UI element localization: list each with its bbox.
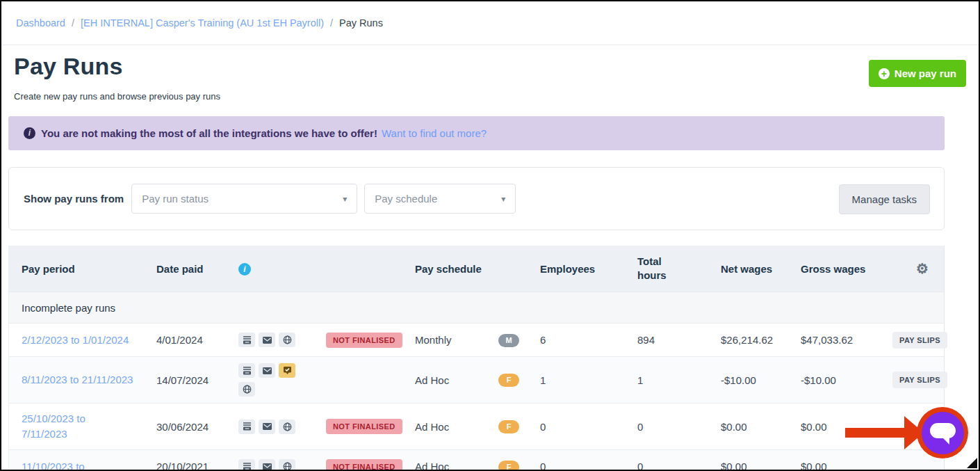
status-badge: NOT FINALISED bbox=[326, 459, 402, 471]
pay-period-link[interactable]: 8/11/2023 to 21/11/2023 bbox=[22, 374, 133, 385]
breadcrumb: Dashboard / [EH INTERNAL] Casper's Train… bbox=[1, 1, 979, 45]
breadcrumb-org[interactable]: [EH INTERNAL] Casper's Training (AU 1st … bbox=[81, 17, 324, 29]
net-wages-cell: $0.00 bbox=[708, 461, 788, 471]
chevron-down-icon: ▾ bbox=[501, 194, 505, 204]
envelope-icon[interactable] bbox=[259, 333, 275, 347]
employees-cell: 0 bbox=[528, 461, 625, 471]
col-total-hours: Total hours bbox=[637, 255, 671, 283]
globe-icon[interactable] bbox=[279, 420, 295, 434]
schedule-cell: Ad Hoc bbox=[402, 421, 486, 433]
resize-corner-mark bbox=[967, 458, 977, 468]
employees-cell: 0 bbox=[528, 421, 625, 433]
col-employees: Employees bbox=[528, 263, 625, 275]
banner-link[interactable]: Want to find out more? bbox=[382, 127, 487, 139]
frequency-badge: M bbox=[498, 334, 519, 347]
new-pay-run-label: New pay run bbox=[895, 67, 956, 79]
chat-bubble-icon bbox=[930, 423, 956, 438]
employees-cell: 1 bbox=[528, 374, 625, 386]
manage-tasks-button[interactable]: Manage tasks bbox=[839, 184, 930, 214]
gross-wages-cell: $47,033.62 bbox=[788, 334, 885, 346]
pay-schedule-select[interactable]: Pay schedule ▾ bbox=[364, 184, 516, 214]
total-hours-cell: 894 bbox=[625, 334, 708, 346]
net-wages-cell: -$10.00 bbox=[708, 374, 788, 386]
date-paid-cell: 14/07/2024 bbox=[144, 374, 226, 386]
breadcrumb-separator: / bbox=[72, 17, 74, 29]
table-row: 2/12/2023 to 1/01/2024 4/01/2024 NOT FIN… bbox=[9, 323, 944, 356]
date-paid-cell: 4/01/2024 bbox=[144, 334, 226, 346]
breadcrumb-separator: / bbox=[330, 17, 333, 29]
schedule-cell: Monthly bbox=[402, 334, 486, 346]
net-wages-cell: $26,214.62 bbox=[708, 334, 788, 346]
info-icon[interactable]: i bbox=[238, 263, 251, 276]
row-action-icons bbox=[238, 363, 304, 397]
row-action-icons bbox=[238, 420, 304, 434]
table-header-row: Pay period Date paid i Pay schedule Empl… bbox=[9, 246, 944, 292]
frequency-badge: F bbox=[498, 420, 519, 433]
schedule-cell: Ad Hoc bbox=[402, 461, 486, 471]
pay-period-link[interactable]: 2/12/2023 to 1/01/2024 bbox=[22, 334, 129, 346]
filter-card: Show pay runs from Pay run status ▾ Pay … bbox=[8, 167, 945, 230]
table-row: 25/10/2023 to 7/11/2023 30/06/2024 NOT F… bbox=[9, 403, 944, 449]
new-pay-run-button[interactable]: + New pay run bbox=[869, 60, 966, 87]
employees-cell: 6 bbox=[528, 334, 625, 346]
annotation-arrow bbox=[845, 428, 909, 438]
pay-period-link[interactable]: 11/10/2023 to bbox=[22, 459, 85, 471]
approved-check-icon[interactable] bbox=[279, 363, 295, 378]
globe-icon[interactable] bbox=[279, 333, 295, 347]
pay-period-link[interactable]: 25/10/2023 to 7/11/2023 bbox=[22, 411, 104, 442]
col-pay-schedule: Pay schedule bbox=[402, 263, 486, 275]
app-window: Dashboard / [EH INTERNAL] Casper's Train… bbox=[0, 0, 980, 471]
gross-wages-cell: -$10.00 bbox=[788, 374, 885, 386]
frequency-badge: F bbox=[498, 461, 519, 471]
journal-icon[interactable] bbox=[238, 333, 255, 347]
globe-icon[interactable] bbox=[279, 459, 295, 471]
filter-label: Show pay runs from bbox=[24, 193, 124, 205]
page-title: Pay Runs bbox=[14, 53, 220, 80]
col-gross-wages: Gross wages bbox=[788, 263, 885, 275]
pay-slips-button[interactable]: PAY SLIPS bbox=[892, 372, 947, 388]
journal-icon[interactable] bbox=[238, 363, 255, 378]
envelope-icon[interactable] bbox=[259, 420, 275, 434]
envelope-icon[interactable] bbox=[259, 363, 275, 378]
envelope-icon[interactable] bbox=[259, 459, 275, 471]
col-date-paid: Date paid bbox=[144, 263, 226, 275]
gear-icon[interactable]: ⚙ bbox=[916, 261, 929, 276]
banner-text: You are not making the most of all the i… bbox=[41, 127, 377, 139]
table-row: 8/11/2023 to 21/11/2023 14/07/2024 Ad Ho… bbox=[9, 356, 944, 403]
net-wages-cell: $0.00 bbox=[708, 421, 788, 433]
total-hours-cell: 0 bbox=[625, 461, 708, 471]
pay-run-status-placeholder: Pay run status bbox=[142, 193, 209, 205]
chevron-down-icon: ▾ bbox=[343, 194, 347, 204]
pay-runs-table: Pay period Date paid i Pay schedule Empl… bbox=[8, 246, 945, 471]
breadcrumb-dashboard[interactable]: Dashboard bbox=[16, 17, 65, 29]
section-incomplete-pay-runs: Incomplete pay runs bbox=[9, 292, 944, 323]
date-paid-cell: 20/10/2021 bbox=[144, 461, 226, 471]
total-hours-cell: 0 bbox=[625, 421, 708, 433]
col-pay-period: Pay period bbox=[9, 263, 144, 275]
row-action-icons bbox=[238, 333, 304, 347]
frequency-badge: F bbox=[498, 374, 519, 387]
breadcrumb-current: Pay Runs bbox=[339, 17, 383, 29]
gross-wages-cell: $0.00 bbox=[788, 461, 885, 471]
chat-widget-button[interactable] bbox=[922, 412, 964, 454]
integrations-banner: i You are not making the most of all the… bbox=[8, 116, 945, 150]
row-action-icons bbox=[238, 459, 304, 471]
page-subtitle: Create new pay runs and browse previous … bbox=[14, 91, 220, 102]
plus-circle-icon: + bbox=[879, 68, 890, 79]
journal-icon[interactable] bbox=[238, 459, 255, 471]
date-paid-cell: 30/06/2024 bbox=[144, 421, 226, 433]
status-badge: NOT FINALISED bbox=[326, 333, 402, 348]
globe-icon[interactable] bbox=[238, 382, 255, 397]
chat-bubble-tail bbox=[942, 438, 949, 445]
journal-icon[interactable] bbox=[238, 420, 255, 434]
col-net-wages: Net wages bbox=[708, 263, 788, 275]
pay-schedule-placeholder: Pay schedule bbox=[375, 193, 437, 205]
table-row: 11/10/2023 to 20/10/2021 NOT FINALISED A… bbox=[9, 449, 944, 471]
status-badge: NOT FINALISED bbox=[326, 419, 402, 434]
pay-slips-button[interactable]: PAY SLIPS bbox=[892, 332, 947, 349]
page-header: Pay Runs Create new pay runs and browse … bbox=[14, 53, 220, 102]
annotation-circle bbox=[917, 407, 968, 458]
schedule-cell: Ad Hoc bbox=[402, 374, 486, 386]
pay-run-status-select[interactable]: Pay run status ▾ bbox=[131, 184, 357, 214]
info-icon: i bbox=[24, 127, 35, 139]
